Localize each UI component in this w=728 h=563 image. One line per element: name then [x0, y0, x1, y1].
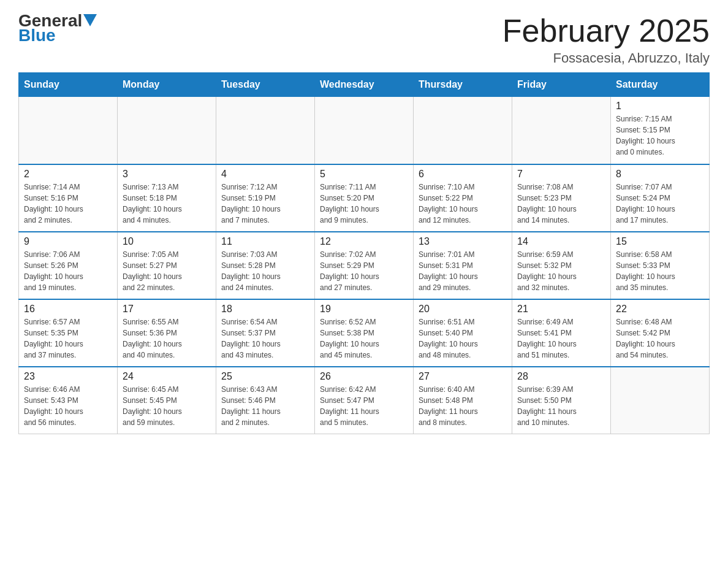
day-number: 26 [320, 371, 408, 382]
day-info: Sunrise: 7:07 AMSunset: 5:24 PMDaylight:… [616, 182, 704, 226]
day-header-saturday: Saturday [611, 73, 710, 97]
day-info: Sunrise: 6:52 AMSunset: 5:38 PMDaylight:… [320, 316, 408, 361]
calendar-day-cell: 13Sunrise: 7:01 AMSunset: 5:31 PMDayligh… [414, 232, 512, 299]
day-number: 15 [616, 236, 704, 247]
day-number: 27 [419, 371, 507, 382]
calendar-day-cell: 15Sunrise: 6:58 AMSunset: 5:33 PMDayligh… [611, 232, 710, 299]
day-info: Sunrise: 6:40 AMSunset: 5:48 PMDaylight:… [419, 384, 507, 428]
day-header-thursday: Thursday [414, 73, 512, 97]
day-info: Sunrise: 6:51 AMSunset: 5:40 PMDaylight:… [419, 316, 507, 361]
calendar-day-cell [512, 97, 611, 164]
day-info: Sunrise: 7:03 AMSunset: 5:28 PMDaylight:… [221, 249, 309, 293]
calendar-day-cell: 6Sunrise: 7:10 AMSunset: 5:22 PMDaylight… [414, 164, 512, 232]
day-number: 22 [616, 304, 704, 315]
day-info: Sunrise: 6:58 AMSunset: 5:33 PMDaylight:… [616, 249, 704, 293]
day-header-sunday: Sunday [19, 73, 118, 97]
calendar-week-row: 1Sunrise: 7:15 AMSunset: 5:15 PMDaylight… [19, 97, 710, 164]
day-info: Sunrise: 6:39 AMSunset: 5:50 PMDaylight:… [517, 384, 605, 428]
day-number: 19 [320, 304, 408, 315]
day-number: 13 [419, 236, 507, 247]
day-info: Sunrise: 7:10 AMSunset: 5:22 PMDaylight:… [419, 182, 507, 226]
calendar-day-cell: 14Sunrise: 6:59 AMSunset: 5:32 PMDayligh… [512, 232, 611, 299]
calendar-day-cell: 9Sunrise: 7:06 AMSunset: 5:26 PMDaylight… [19, 232, 118, 299]
day-number: 9 [24, 236, 112, 247]
day-info: Sunrise: 7:06 AMSunset: 5:26 PMDaylight:… [24, 249, 112, 293]
calendar-day-cell: 16Sunrise: 6:57 AMSunset: 5:35 PMDayligh… [19, 299, 118, 367]
day-info: Sunrise: 6:49 AMSunset: 5:41 PMDaylight:… [517, 316, 605, 361]
calendar-day-cell: 17Sunrise: 6:55 AMSunset: 5:36 PMDayligh… [118, 299, 216, 367]
day-info: Sunrise: 6:48 AMSunset: 5:42 PMDaylight:… [616, 316, 704, 361]
calendar-day-cell: 21Sunrise: 6:49 AMSunset: 5:41 PMDayligh… [512, 299, 611, 367]
calendar-day-cell: 10Sunrise: 7:05 AMSunset: 5:27 PMDayligh… [118, 232, 216, 299]
day-number: 14 [517, 236, 605, 247]
day-number: 21 [517, 304, 605, 315]
day-info: Sunrise: 6:57 AMSunset: 5:35 PMDaylight:… [24, 316, 112, 361]
calendar-day-cell [19, 97, 118, 164]
day-info: Sunrise: 7:02 AMSunset: 5:29 PMDaylight:… [320, 249, 408, 293]
calendar-header-row: SundayMondayTuesdayWednesdayThursdayFrid… [19, 73, 710, 97]
day-number: 10 [123, 236, 211, 247]
day-number: 23 [24, 371, 112, 382]
day-info: Sunrise: 7:01 AMSunset: 5:31 PMDaylight:… [419, 249, 507, 293]
day-number: 24 [123, 371, 211, 382]
day-info: Sunrise: 6:42 AMSunset: 5:47 PMDaylight:… [320, 384, 408, 428]
day-header-tuesday: Tuesday [216, 73, 315, 97]
calendar-week-row: 16Sunrise: 6:57 AMSunset: 5:35 PMDayligh… [19, 299, 710, 367]
day-info: Sunrise: 7:14 AMSunset: 5:16 PMDaylight:… [24, 182, 112, 226]
calendar-table: SundayMondayTuesdayWednesdayThursdayFrid… [18, 72, 710, 434]
day-info: Sunrise: 7:11 AMSunset: 5:20 PMDaylight:… [320, 182, 408, 226]
title-block: February 2025 Fossacesia, Abruzzo, Italy [502, 12, 710, 66]
logo-blue-text: Blue [18, 27, 56, 44]
logo: General Blue [18, 12, 97, 44]
calendar-day-cell: 7Sunrise: 7:08 AMSunset: 5:23 PMDaylight… [512, 164, 611, 232]
calendar-day-cell: 25Sunrise: 6:43 AMSunset: 5:46 PMDayligh… [216, 367, 315, 434]
calendar-day-cell: 18Sunrise: 6:54 AMSunset: 5:37 PMDayligh… [216, 299, 315, 367]
calendar-week-row: 9Sunrise: 7:06 AMSunset: 5:26 PMDaylight… [19, 232, 710, 299]
day-info: Sunrise: 7:13 AMSunset: 5:18 PMDaylight:… [123, 182, 211, 226]
day-number: 18 [221, 304, 309, 315]
logo-arrow-icon [83, 14, 97, 26]
day-header-friday: Friday [512, 73, 611, 97]
calendar-day-cell [216, 97, 315, 164]
day-number: 2 [24, 169, 112, 180]
calendar-day-cell [315, 97, 414, 164]
day-number: 20 [419, 304, 507, 315]
calendar-day-cell: 4Sunrise: 7:12 AMSunset: 5:19 PMDaylight… [216, 164, 315, 232]
day-info: Sunrise: 6:55 AMSunset: 5:36 PMDaylight:… [123, 316, 211, 361]
calendar-day-cell: 12Sunrise: 7:02 AMSunset: 5:29 PMDayligh… [315, 232, 414, 299]
day-info: Sunrise: 6:45 AMSunset: 5:45 PMDaylight:… [123, 384, 211, 428]
calendar-day-cell: 5Sunrise: 7:11 AMSunset: 5:20 PMDaylight… [315, 164, 414, 232]
day-number: 4 [221, 169, 309, 180]
location: Fossacesia, Abruzzo, Italy [502, 50, 710, 66]
calendar-day-cell: 26Sunrise: 6:42 AMSunset: 5:47 PMDayligh… [315, 367, 414, 434]
day-number: 5 [320, 169, 408, 180]
day-info: Sunrise: 6:59 AMSunset: 5:32 PMDaylight:… [517, 249, 605, 293]
svg-marker-0 [83, 14, 97, 26]
day-number: 6 [419, 169, 507, 180]
day-info: Sunrise: 7:15 AMSunset: 5:15 PMDaylight:… [616, 113, 704, 158]
month-title: February 2025 [502, 12, 710, 49]
day-number: 16 [24, 304, 112, 315]
calendar-week-row: 23Sunrise: 6:46 AMSunset: 5:43 PMDayligh… [19, 367, 710, 434]
day-number: 11 [221, 236, 309, 247]
calendar-day-cell: 27Sunrise: 6:40 AMSunset: 5:48 PMDayligh… [414, 367, 512, 434]
page-header: General Blue February 2025 Fossacesia, A… [18, 12, 710, 66]
calendar-day-cell: 8Sunrise: 7:07 AMSunset: 5:24 PMDaylight… [611, 164, 710, 232]
day-info: Sunrise: 7:05 AMSunset: 5:27 PMDaylight:… [123, 249, 211, 293]
day-info: Sunrise: 6:54 AMSunset: 5:37 PMDaylight:… [221, 316, 309, 361]
day-number: 1 [616, 101, 704, 112]
calendar-day-cell: 11Sunrise: 7:03 AMSunset: 5:28 PMDayligh… [216, 232, 315, 299]
calendar-day-cell: 24Sunrise: 6:45 AMSunset: 5:45 PMDayligh… [118, 367, 216, 434]
day-number: 3 [123, 169, 211, 180]
day-header-wednesday: Wednesday [315, 73, 414, 97]
calendar-week-row: 2Sunrise: 7:14 AMSunset: 5:16 PMDaylight… [19, 164, 710, 232]
calendar-day-cell: 23Sunrise: 6:46 AMSunset: 5:43 PMDayligh… [19, 367, 118, 434]
day-info: Sunrise: 7:08 AMSunset: 5:23 PMDaylight:… [517, 182, 605, 226]
day-info: Sunrise: 6:43 AMSunset: 5:46 PMDaylight:… [221, 384, 309, 428]
day-info: Sunrise: 6:46 AMSunset: 5:43 PMDaylight:… [24, 384, 112, 428]
day-header-monday: Monday [118, 73, 216, 97]
calendar-day-cell [118, 97, 216, 164]
calendar-day-cell: 1Sunrise: 7:15 AMSunset: 5:15 PMDaylight… [611, 97, 710, 164]
calendar-day-cell: 2Sunrise: 7:14 AMSunset: 5:16 PMDaylight… [19, 164, 118, 232]
calendar-day-cell: 3Sunrise: 7:13 AMSunset: 5:18 PMDaylight… [118, 164, 216, 232]
